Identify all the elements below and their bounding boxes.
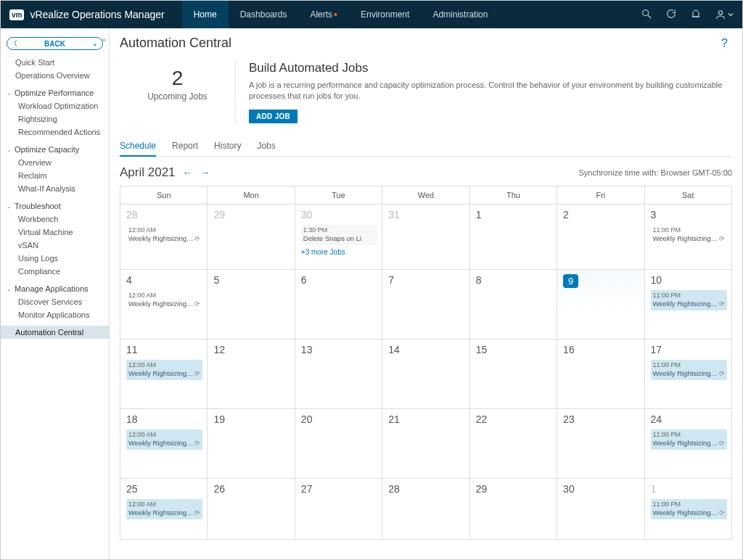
calendar-day[interactable]: 27 [295, 479, 382, 540]
calendar-day[interactable]: 30 1:30 PM Delete Snaps on Li +3 more Jo… [295, 205, 382, 270]
sidebar-item-monitor-apps[interactable]: Monitor Applications [1, 308, 109, 321]
calendar-day[interactable]: 17 11:00 PM Weekly Rightsizing of Un… ⟳ [645, 339, 731, 409]
sidebar-item-recommended-actions[interactable]: Recommended Actions [1, 125, 109, 139]
calendar-day[interactable]: 23 [557, 409, 644, 479]
calendar-day[interactable]: 21 [382, 409, 469, 479]
calendar-day[interactable]: 24 11:00 PM Weekly Rightsizing of Un… ⟳ [645, 409, 731, 479]
sidebar-item-automation-central[interactable]: Automation Central [1, 326, 109, 339]
calendar-day[interactable]: 26 [208, 479, 295, 540]
day-number: 13 [301, 344, 377, 355]
calendar-day[interactable]: 5 [208, 270, 295, 339]
calendar-day[interactable]: 8 [470, 270, 557, 339]
sidebar-item-workbench[interactable]: Workbench [1, 213, 109, 226]
calendar-day[interactable]: 12 [208, 339, 295, 409]
day-number: 9 [563, 274, 578, 288]
calendar-day[interactable]: 25 12:00 AM Weekly Rightsizing of Ov… ⟳ [120, 479, 208, 540]
nav-environment[interactable]: Environment [349, 1, 421, 28]
event-time: 12:00 AM [128, 361, 200, 370]
sidebar-item-whatif[interactable]: What-If Analysis [1, 182, 109, 195]
help-icon[interactable]: ? [721, 37, 732, 50]
day-number: 20 [301, 413, 377, 425]
nav-dashboards[interactable]: Dashboards [229, 1, 299, 28]
search-icon[interactable] [641, 8, 652, 22]
calendar-day[interactable]: 30 [557, 479, 644, 540]
sidebar-item-rightsizing[interactable]: Rightsizing [1, 112, 109, 125]
calendar-event[interactable]: 11:00 PM Weekly Rightsizing of Un… ⟳ [651, 429, 727, 450]
calendar-event[interactable]: 11:00 PM Weekly Rightsizing of Un… ⟳ [651, 360, 727, 380]
calendar-day[interactable]: 29 [208, 205, 295, 270]
user-menu[interactable] [715, 9, 734, 20]
event-time: 12:00 AM [128, 226, 200, 235]
calendar-day[interactable]: 3 11:00 PM Weekly Rightsizing of Un… ⟳ [645, 205, 731, 270]
calendar-day[interactable]: 20 [295, 409, 382, 479]
sidebar-group-manage-apps[interactable]: ⌄Manage Applications [1, 282, 109, 295]
calendar-day[interactable]: 28 [382, 479, 469, 540]
sidebar-item-vsan[interactable]: vSAN [1, 239, 109, 252]
calendar-day[interactable]: 2 [557, 205, 644, 270]
day-number: 30 [563, 483, 639, 495]
sidebar-group-optimize-capacity[interactable]: ⌄Optimize Capacity [1, 143, 109, 156]
sidebar-group-optimize-performance[interactable]: ⌄Optimize Performance [1, 86, 109, 99]
bell-icon[interactable] [690, 8, 702, 22]
tab-jobs[interactable]: Jobs [257, 136, 275, 156]
calendar-day[interactable]: 18 12:00 AM Weekly Rightsizing of Ov… ⟳ [120, 409, 208, 479]
calendar-day[interactable]: 14 [382, 339, 469, 409]
calendar-event[interactable]: 12:00 AM Weekly Rightsizing of Ov… ⟳ [126, 225, 202, 245]
calendar-day[interactable]: 28 12:00 AM Weekly Rightsizing of Ov… ⟳ [120, 205, 208, 270]
sidebar-group-troubleshoot[interactable]: ⌄Troubleshoot [1, 199, 109, 213]
sidebar-item-quickstart[interactable]: Quick Start [1, 56, 109, 69]
back-button[interactable]: 〈 BACK ⌄ [7, 37, 103, 50]
day-number: 27 [301, 483, 377, 495]
calendar-day[interactable]: 4 12:00 AM Weekly Rightsizing of Ov… ⟳ [120, 270, 208, 339]
calendar-day[interactable]: 29 [470, 479, 557, 540]
calendar-event[interactable]: 12:00 AM Weekly Rightsizing of Ov… ⟳ [126, 499, 202, 519]
collapse-sidebar-icon[interactable]: « [102, 36, 106, 44]
tab-history[interactable]: History [214, 136, 241, 156]
refresh-icon[interactable] [665, 8, 677, 22]
nav-administration[interactable]: Administration [421, 1, 499, 28]
sidebar-item-using-logs[interactable]: Using Logs [1, 252, 109, 265]
calendar-day[interactable]: 10 11:00 PM Weekly Rightsizing of Un… ⟳ [645, 270, 731, 339]
tab-schedule[interactable]: Schedule [120, 136, 156, 157]
sidebar-group-label: Troubleshoot [15, 202, 61, 210]
calendar-day[interactable]: 31 [382, 205, 469, 270]
sidebar-item-compliance[interactable]: Compliance [1, 265, 109, 278]
calendar-event[interactable]: 11:00 PM Weekly Rightsizing of Un… ⟳ [651, 225, 727, 245]
calendar-event[interactable]: 12:00 AM Weekly Rightsizing of Ov… ⟳ [126, 429, 202, 450]
upcoming-jobs-tile: 2 Upcoming Jobs [120, 61, 236, 123]
calendar-day[interactable]: 6 [295, 270, 382, 339]
sidebar-item-virtual-machine[interactable]: Virtual Machine [1, 226, 109, 239]
calendar-day[interactable]: 11 12:00 AM Weekly Rightsizing of Ov… ⟳ [120, 339, 208, 409]
calendar-event[interactable]: 1:30 PM Delete Snaps on Li [301, 225, 377, 245]
calendar-day[interactable]: 22 [470, 409, 557, 479]
calendar-event[interactable]: 12:00 AM Weekly Rightsizing of Ov… ⟳ [126, 360, 202, 380]
sidebar-item-operations-overview[interactable]: Operations Overview [1, 69, 109, 82]
sidebar-item-discover-services[interactable]: Discover Services [1, 295, 109, 308]
sidebar-item-overview[interactable]: Overview [1, 156, 109, 169]
calendar-event[interactable]: 11:00 PM Weekly Rightsizing of Un… ⟳ [651, 290, 727, 310]
calendar-event[interactable]: 11:00 PM Weekly Rightsizing of Un… ⟳ [651, 499, 727, 519]
sidebar-item-workload-optimization[interactable]: Workload Optimization [1, 99, 109, 112]
calendar-prev-icon[interactable]: ← [183, 167, 193, 178]
back-label: BACK [44, 40, 65, 48]
calendar-day-today[interactable]: 9 [557, 270, 644, 339]
calendar-event[interactable]: 12:00 AM Weekly Rightsizing of Ov… ⟳ [126, 290, 202, 310]
sidebar-item-reclaim[interactable]: Reclaim [1, 169, 109, 182]
more-jobs-link[interactable]: +3 more Jobs [301, 248, 377, 256]
svg-point-0 [643, 9, 649, 15]
nav-alerts[interactable]: Alerts• [298, 1, 349, 28]
calendar-day[interactable]: 16 [557, 339, 644, 409]
calendar-day[interactable]: 15 [470, 339, 557, 409]
add-job-button[interactable]: ADD JOB [249, 110, 297, 123]
tab-report[interactable]: Report [172, 136, 198, 156]
nav-home[interactable]: Home [182, 1, 229, 28]
calendar-next-icon[interactable]: → [200, 167, 210, 178]
calendar-day[interactable]: 1 [470, 205, 557, 270]
calendar-day[interactable]: 13 [295, 339, 382, 409]
calendar-day[interactable]: 19 [208, 409, 295, 479]
dow-thu: Thu [470, 186, 557, 205]
day-number: 8 [476, 274, 552, 286]
event-title: Weekly Rightsizing of Ov… [128, 439, 195, 448]
calendar-day[interactable]: 7 [382, 270, 469, 339]
calendar-day[interactable]: 1 11:00 PM Weekly Rightsizing of Un… ⟳ [645, 479, 731, 540]
